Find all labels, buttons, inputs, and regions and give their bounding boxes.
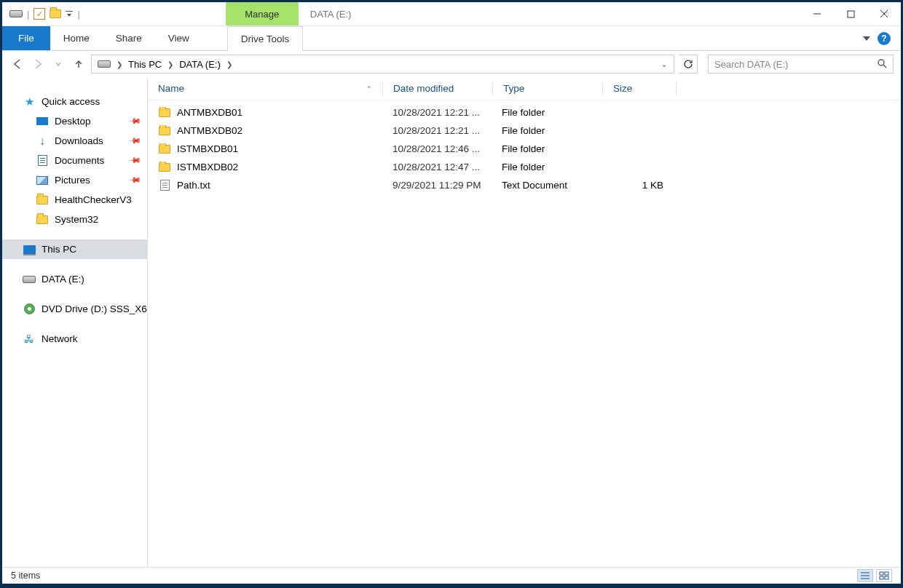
up-button[interactable] (71, 56, 87, 72)
chevron-right-icon[interactable]: ❯ (166, 60, 175, 68)
qat-dropdown[interactable] (66, 11, 73, 17)
folder-icon (36, 196, 48, 204)
star-icon: ★ (23, 96, 36, 108)
address-bar[interactable]: ❯ This PC ❯ DATA (E:) ❯ ⌄ (91, 55, 674, 74)
nav-label: Downloads (55, 135, 103, 146)
list-view: Name⌃ Date modified Type Size ANTMBXDB01… (148, 77, 901, 567)
item-date: 10/28/2021 12:46 ... (382, 143, 492, 154)
help-icon[interactable]: ? (878, 32, 891, 45)
svg-point-4 (878, 60, 884, 65)
nav-data-drive[interactable]: DATA (E:) (2, 269, 147, 289)
breadcrumb-current[interactable]: DATA (E:) (176, 57, 224, 71)
forward-button[interactable] (30, 56, 46, 72)
tab-file[interactable]: File (2, 26, 50, 50)
column-type[interactable]: Type (493, 83, 602, 94)
desktop-icon (36, 117, 48, 125)
pictures-icon (36, 176, 48, 185)
tab-share[interactable]: Share (103, 26, 155, 50)
refresh-button[interactable] (679, 55, 698, 74)
list-item[interactable]: ANTMBXDB0210/28/2021 12:21 ...File folde… (148, 122, 901, 140)
tab-view[interactable]: View (155, 26, 202, 50)
text-file-icon (160, 180, 170, 191)
item-date: 10/28/2021 12:21 ... (382, 125, 492, 136)
status-text: 5 items (11, 571, 40, 581)
item-date: 9/29/2021 11:29 PM (382, 180, 492, 191)
close-button[interactable] (867, 2, 901, 25)
nav-network[interactable]: 🖧Network (2, 329, 147, 349)
search-icon (877, 58, 887, 71)
nav-system32[interactable]: System32 (2, 210, 147, 229)
list-item[interactable]: ISTMBXDB0110/28/2021 12:46 ...File folde… (148, 140, 901, 158)
title-bar: | ✓ | Manage DATA (E:) (2, 2, 901, 26)
item-type: Text Document (492, 180, 601, 191)
svg-rect-9 (880, 572, 883, 575)
pc-icon (23, 245, 36, 254)
svg-line-5 (883, 65, 886, 68)
column-date[interactable]: Date modified (383, 83, 492, 94)
chevron-right-icon[interactable]: ❯ (225, 60, 234, 68)
column-label: Date modified (393, 83, 454, 94)
folder-icon (159, 127, 170, 135)
file-list: ANTMBXDB0110/28/2021 12:21 ...File folde… (148, 100, 901, 197)
chevron-right-icon[interactable]: ❯ (115, 60, 124, 68)
folder-icon (159, 163, 170, 172)
ribbon-collapse-icon[interactable] (863, 36, 870, 41)
contextual-tab-manage[interactable]: Manage (226, 2, 299, 25)
pin-icon: 📌 (127, 114, 141, 128)
list-item[interactable]: ANTMBXDB0110/28/2021 12:21 ...File folde… (148, 103, 901, 122)
document-icon (38, 155, 47, 166)
item-name: Path.txt (177, 180, 210, 191)
network-icon: 🖧 (23, 333, 36, 345)
column-name[interactable]: Name⌃ (148, 83, 382, 94)
search-input[interactable]: Search DATA (E:) (708, 55, 894, 74)
ribbon-tabs: File Home Share View Drive Tools ? (2, 26, 901, 51)
nav-label: DATA (E:) (42, 274, 84, 285)
icons-view-button[interactable] (876, 569, 892, 582)
nav-label: DVD Drive (D:) SSS_X64 (42, 303, 148, 314)
nav-documents[interactable]: Documents📌 (2, 151, 147, 170)
download-icon: ↓ (36, 135, 49, 147)
main-area: ★Quick access Desktop📌 ↓Downloads📌 Docum… (2, 77, 901, 567)
dvd-icon (24, 303, 35, 314)
back-button[interactable] (9, 56, 25, 72)
nav-quick-access[interactable]: ★Quick access (2, 92, 147, 111)
nav-this-pc[interactable]: This PC (2, 239, 147, 259)
properties-icon[interactable]: ✓ (33, 8, 45, 20)
new-folder-icon[interactable] (50, 9, 61, 18)
status-bar: 5 items (2, 567, 901, 584)
folder-icon (159, 145, 170, 154)
recent-dropdown[interactable] (50, 56, 66, 72)
nav-label: This PC (42, 244, 76, 255)
breadcrumb-this-pc[interactable]: This PC (125, 57, 165, 71)
nav-healthchecker[interactable]: HealthCheckerV3 (2, 190, 147, 210)
column-label: Size (613, 83, 632, 94)
maximize-button[interactable] (834, 2, 867, 25)
folder-icon (36, 215, 48, 224)
column-resize[interactable] (676, 82, 677, 95)
nav-desktop[interactable]: Desktop📌 (2, 111, 147, 131)
drive-icon (23, 276, 36, 283)
item-type: File folder (492, 162, 601, 172)
nav-label: Network (42, 333, 78, 344)
details-view-button[interactable] (857, 569, 873, 582)
list-item[interactable]: ISTMBXDB0210/28/2021 12:47 ...File folde… (148, 158, 901, 176)
minimize-button[interactable] (800, 2, 834, 25)
svg-rect-1 (848, 11, 854, 17)
tab-drive-tools[interactable]: Drive Tools (227, 26, 304, 51)
list-item[interactable]: Path.txt9/29/2021 11:29 PMText Document1… (148, 176, 901, 194)
item-type: File folder (492, 125, 601, 136)
separator: | (77, 9, 79, 20)
column-size[interactable]: Size (603, 83, 676, 94)
address-dropdown[interactable]: ⌄ (658, 60, 671, 68)
nav-dvd-drive[interactable]: DVD Drive (D:) SSS_X64 (2, 299, 147, 319)
column-label: Name (158, 83, 184, 94)
svg-rect-12 (885, 576, 888, 579)
nav-label: System32 (55, 214, 98, 225)
navigation-pane: ★Quick access Desktop📌 ↓Downloads📌 Docum… (2, 77, 148, 567)
nav-pictures[interactable]: Pictures📌 (2, 170, 147, 190)
item-type: File folder (492, 107, 601, 118)
tab-home[interactable]: Home (50, 26, 103, 50)
nav-downloads[interactable]: ↓Downloads📌 (2, 131, 147, 151)
separator: | (27, 9, 29, 20)
item-size: 1 KB (601, 180, 674, 191)
